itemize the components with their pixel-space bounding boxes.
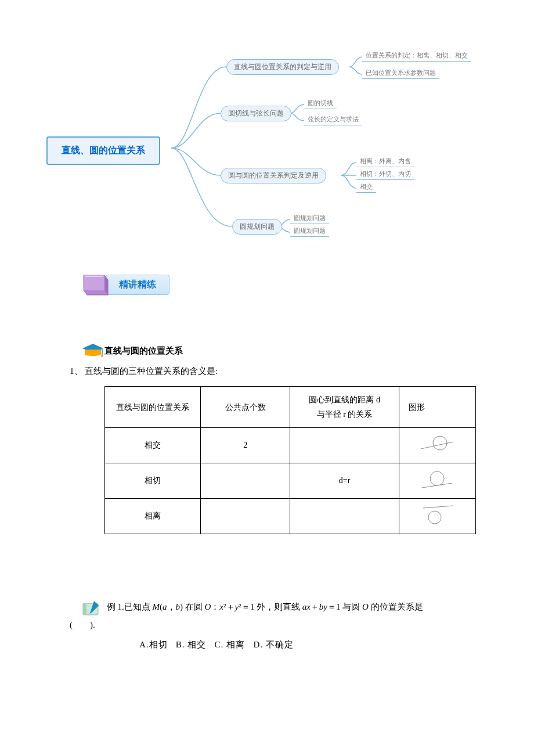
table-cell-diagram	[399, 499, 475, 534]
t: ＝1 外，则直线	[241, 602, 302, 611]
svg-line-6	[423, 506, 453, 508]
mindmap-leaf: 相交	[356, 181, 376, 193]
t: ，	[167, 602, 176, 611]
t: ＝1 与圆	[327, 602, 362, 611]
table-header-row: 直线与圆的位置关系 公共点个数 圆心到直线的距离 d 与半径 r 的关系 图形	[105, 387, 476, 428]
t: 已知点	[124, 602, 153, 611]
notebook-icon	[81, 600, 102, 616]
mindmap-leaf: 位置关系的判定：相离、相切、相交	[362, 50, 471, 62]
table-cell	[290, 499, 399, 534]
intersect-icon	[420, 434, 454, 455]
book-icon	[81, 273, 110, 296]
table-cell: 相离	[105, 499, 201, 534]
example-options: A.相切 B. 相交 C. 相离 D. 不确定	[139, 636, 464, 653]
svg-point-0	[101, 355, 103, 357]
var-ax: ax	[302, 602, 311, 611]
table-cell	[201, 463, 290, 499]
table-cell-diagram	[399, 428, 475, 463]
mindmap-diagram: 直线、圆的位置关系 直线与圆位置关系的判定与逆用 位置关系的判定：相离、相切、相…	[46, 46, 499, 244]
mindmap-node-2: 圆切线与弦长问题	[221, 106, 291, 121]
var-x: x	[219, 602, 223, 611]
table-cell: 相切	[105, 463, 201, 499]
table-header: 直线与圆的位置关系	[105, 387, 201, 428]
svg-line-2	[421, 442, 453, 449]
subsection-title: 直线与圆的位置关系	[104, 345, 183, 357]
table-header-line1: 圆心到直线的距离 d	[309, 395, 380, 404]
mindmap-leaf: 圆规划问题	[290, 213, 329, 224]
option-b: B. 相交	[176, 640, 207, 649]
var-m: M	[153, 602, 160, 611]
mindmap-leaf: 圆规划问题	[290, 225, 329, 237]
subsection-header: 直线与圆的位置关系	[81, 343, 499, 359]
table-cell: 2	[201, 428, 290, 463]
var-o: O	[205, 602, 211, 611]
table-cell-diagram	[399, 463, 475, 499]
t: ＋	[226, 602, 235, 611]
var-a: a	[163, 602, 167, 611]
option-d: D. 不确定	[253, 640, 293, 649]
mindmap-node-4: 圆规划问题	[232, 219, 282, 235]
mindmap-leaf: 圆的切线	[304, 98, 337, 109]
example-paren: ( ).	[70, 616, 464, 633]
tangent-icon	[420, 469, 454, 490]
mindmap-leaf: 相切：外切、内切	[356, 168, 414, 180]
var-b: b	[176, 602, 181, 611]
var-o: O	[362, 602, 369, 611]
var-by: by	[319, 602, 327, 611]
numbered-intro: 1、 直线与圆的三种位置关系的含义是:	[70, 366, 499, 377]
section-label: 精讲精练	[106, 275, 169, 295]
table-header: 圆心到直线的距离 d 与半径 r 的关系	[290, 387, 399, 428]
t: ：	[211, 602, 219, 611]
example-label: 例 1.	[107, 602, 124, 611]
example-text: 例 1.已知点 M(a，b) 在圆 O：x²＋y²＝1 外，则直线 ax＋by＝…	[107, 602, 423, 611]
option-a: A.相切	[139, 640, 168, 649]
mindmap-leaf: 相离：外离、内含	[356, 156, 414, 167]
table-header-line2: 与半径 r 的关系	[317, 410, 373, 419]
table-header: 公共点个数	[201, 387, 290, 428]
svg-point-3	[430, 471, 444, 485]
mindmap-node-3: 圆与圆的位置关系判定及逆用	[221, 168, 326, 183]
table-row: 相交 2	[105, 428, 476, 463]
mindmap-leaf: 已知位置关系求参数问题	[362, 67, 439, 79]
option-c: C. 相离	[215, 640, 246, 649]
table-cell: d=r	[290, 463, 399, 499]
graduation-cap-icon	[81, 343, 104, 359]
svg-point-5	[428, 511, 441, 524]
t: 的位置关系是	[369, 602, 423, 611]
example-block: 例 1.已知点 M(a，b) 在圆 O：x²＋y²＝1 外，则直线 ax＋by＝…	[81, 598, 464, 653]
svg-rect-8	[83, 603, 86, 615]
table-header: 图形	[399, 387, 475, 428]
separate-icon	[420, 505, 454, 525]
table-cell	[290, 428, 399, 463]
svg-point-1	[433, 436, 447, 450]
table-cell	[201, 499, 290, 534]
mindmap-node-1: 直线与圆位置关系的判定与逆用	[226, 59, 339, 75]
mindmap-root: 直线、圆的位置关系	[46, 136, 160, 165]
t: ) 在圆	[180, 602, 205, 611]
section-header: 精讲精练	[81, 273, 169, 296]
mindmap-leaf: 弦长的定义与求法	[304, 114, 362, 125]
relation-table: 直线与圆的位置关系 公共点个数 圆心到直线的距离 d 与半径 r 的关系 图形 …	[104, 386, 476, 534]
table-cell: 相交	[105, 428, 201, 463]
svg-line-4	[422, 483, 452, 488]
table-row: 相切 d=r	[105, 463, 476, 499]
t: ＋	[311, 602, 319, 611]
table-row: 相离	[105, 499, 476, 534]
